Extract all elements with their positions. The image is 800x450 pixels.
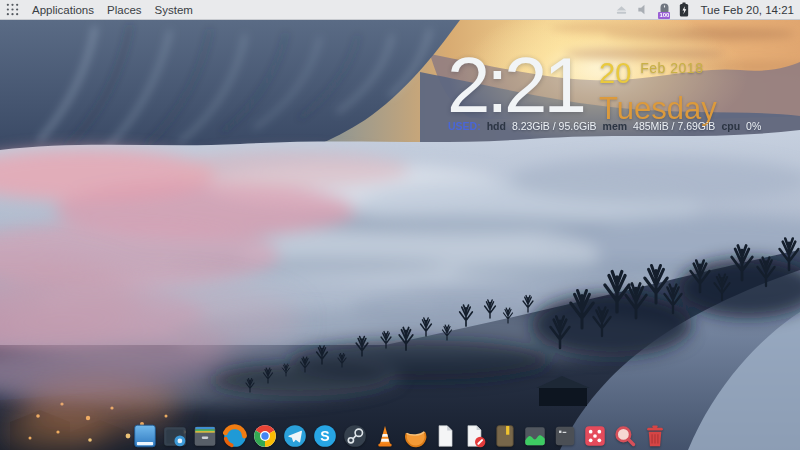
dock-item-orange-slice[interactable] (402, 423, 428, 449)
clock-time: 2:21 (447, 46, 599, 124)
dock-item-archive-manager[interactable] (192, 423, 218, 449)
skype-icon: S (312, 423, 338, 449)
search-icon (612, 423, 638, 449)
orange-slice-icon (402, 423, 428, 449)
mouse-battery-icon[interactable]: 100 (658, 2, 671, 18)
trash-icon (642, 423, 668, 449)
dock-item-book[interactable] (492, 423, 518, 449)
dock-item-restricted-document[interactable] (462, 423, 488, 449)
top-panel: Applications Places System 100 (0, 0, 800, 20)
dock-item-dice-game[interactable] (582, 423, 608, 449)
stats-cpu-value: 0% (746, 120, 761, 132)
stats-used-label: USED: (448, 120, 481, 132)
eject-icon[interactable] (614, 2, 629, 17)
restricted-document-icon (462, 423, 488, 449)
dice-icon (582, 423, 608, 449)
dock-item-vlc[interactable] (372, 423, 398, 449)
vlc-icon (372, 423, 398, 449)
dock-item-telegram[interactable] (282, 423, 308, 449)
telegram-icon (282, 423, 308, 449)
dock-item-steam[interactable] (342, 423, 368, 449)
chrome-icon (252, 423, 278, 449)
dock-item-chrome[interactable] (252, 423, 278, 449)
dock-item-trash[interactable] (642, 423, 668, 449)
book-icon (492, 423, 518, 449)
system-stats: USED: hdd 8.23GiB / 95.6GiB mem 485MiB /… (448, 120, 761, 132)
volume-muted-icon[interactable] (636, 2, 651, 17)
file-manager-icon (132, 423, 158, 449)
stats-hdd-value: 8.23GiB / 95.6GiB (512, 120, 597, 132)
steam-icon (342, 423, 368, 449)
menu-system[interactable]: System (155, 0, 193, 20)
clock-widget: 2:21 20 Feb 2018 Tuesday USED: hdd 8.23G… (447, 46, 757, 141)
apps-grid-icon[interactable] (6, 3, 19, 16)
battery-charging-icon[interactable] (678, 2, 690, 17)
menu-applications[interactable]: Applications (32, 0, 94, 20)
dock-item-terminal[interactable] (552, 423, 578, 449)
dock-item-file-search[interactable] (612, 423, 638, 449)
clock-month-year: Feb 2018 (640, 60, 703, 76)
archive-manager-icon (192, 423, 218, 449)
dock: S (132, 423, 668, 449)
firefox-icon (222, 423, 248, 449)
stats-hdd-label: hdd (487, 120, 506, 132)
stats-cpu-label: cpu (721, 120, 740, 132)
dock-item-skype[interactable]: S (312, 423, 338, 449)
clock-day: 20 (599, 59, 631, 88)
dock-item-file-manager[interactable] (132, 423, 158, 449)
terminal-icon (552, 423, 578, 449)
screenshot-tool-icon (162, 423, 188, 449)
text-document-icon (432, 423, 458, 449)
svg-text:S: S (320, 428, 329, 444)
dock-item-screenshot[interactable] (162, 423, 188, 449)
panel-clock[interactable]: Tue Feb 20, 14:21 (700, 4, 794, 16)
dock-item-text-document[interactable] (432, 423, 458, 449)
folder-green-icon (522, 423, 548, 449)
mouse-battery-badge: 100 (658, 12, 670, 19)
stats-mem-label: mem (603, 120, 628, 132)
stats-mem-value: 485MiB / 7.69GiB (633, 120, 715, 132)
panel-menus: Applications Places System (6, 0, 193, 20)
panel-tray: 100 Tue Feb 20, 14:21 (614, 2, 794, 18)
desktop: Applications Places System 100 (0, 0, 800, 450)
dock-item-folder-green[interactable] (522, 423, 548, 449)
dock-item-firefox[interactable] (222, 423, 248, 449)
clock-date: 20 Feb 2018 Tuesday (599, 46, 717, 124)
menu-places[interactable]: Places (107, 0, 142, 20)
